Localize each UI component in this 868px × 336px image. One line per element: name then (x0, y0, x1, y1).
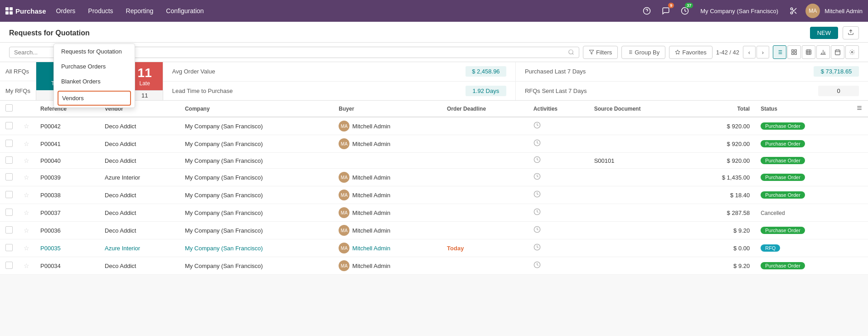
row-checkbox[interactable] (5, 226, 13, 234)
row-status: Purchase Order (755, 186, 851, 204)
list-view-button[interactable] (773, 45, 786, 59)
svg-line-7 (792, 10, 794, 11)
row-activity[interactable] (528, 186, 589, 204)
row-activity[interactable] (528, 239, 589, 257)
calendar-view-button[interactable] (831, 45, 844, 59)
row-checkbox[interactable] (5, 122, 13, 129)
row-activity[interactable] (528, 117, 589, 135)
upload-button[interactable] (843, 26, 859, 39)
row-reference[interactable]: P00035 (35, 239, 99, 257)
row-company[interactable]: My Company (San Francisco) (179, 239, 333, 257)
favorite-star[interactable]: ☆ (24, 262, 29, 269)
row-checkbox[interactable] (5, 244, 13, 251)
row-vendor[interactable]: Azure Interior (99, 239, 179, 257)
favorite-star[interactable]: ☆ (24, 227, 29, 234)
scissors-icon-btn[interactable] (786, 4, 801, 18)
row-activity[interactable] (528, 222, 589, 239)
row-actions (851, 186, 868, 204)
dropdown-rfq[interactable]: Requests for Quotation (54, 44, 135, 59)
activity-icon-btn[interactable]: 37 (678, 4, 692, 18)
row-fav-cell: ☆ (18, 186, 35, 204)
row-reference[interactable]: P00040 (35, 153, 99, 169)
row-checkbox[interactable] (5, 191, 13, 198)
row-checkbox[interactable] (5, 156, 13, 164)
row-activity[interactable] (528, 169, 589, 186)
row-activity[interactable] (528, 257, 589, 275)
favorite-star[interactable]: ☆ (24, 140, 29, 147)
buyer-name: Mitchell Admin (352, 174, 390, 181)
dropdown-po[interactable]: Purchase Orders (54, 59, 135, 74)
row-source (589, 222, 688, 239)
column-settings-icon[interactable] (856, 105, 863, 111)
row-activity[interactable] (528, 204, 589, 222)
next-page-button[interactable]: › (756, 46, 769, 58)
favorite-star[interactable]: ☆ (24, 122, 29, 130)
row-checkbox[interactable] (5, 262, 13, 269)
favorite-star[interactable]: ☆ (24, 209, 29, 216)
row-status: Purchase Order (755, 117, 851, 135)
company-name[interactable]: My Company (San Francisco) (700, 8, 778, 15)
row-reference[interactable]: P00042 (35, 117, 99, 135)
dropdown-blanket[interactable]: Blanket Orders (54, 74, 135, 89)
support-icon-btn[interactable] (640, 4, 654, 18)
chart-view-button[interactable] (816, 45, 830, 59)
select-all-checkbox[interactable] (5, 104, 13, 112)
row-checkbox[interactable] (5, 140, 13, 147)
row-reference[interactable]: P00039 (35, 169, 99, 186)
row-reference[interactable]: P00041 (35, 135, 99, 153)
row-checkbox-cell (0, 117, 18, 135)
user-avatar[interactable]: MA (805, 4, 820, 18)
row-company: My Company (San Francisco) (179, 222, 333, 239)
kanban-view-button[interactable] (787, 45, 801, 59)
row-actions (851, 169, 868, 186)
row-buyer: MA Mitchell Admin (333, 222, 441, 239)
svg-point-3 (790, 8, 793, 10)
filters-button[interactable]: Filters (583, 46, 618, 59)
prev-page-button[interactable]: ‹ (743, 46, 756, 58)
row-reference[interactable]: P00036 (35, 222, 99, 239)
activity-badge: 37 (685, 3, 693, 8)
row-checkbox-cell (0, 186, 18, 204)
favorite-star[interactable]: ☆ (24, 157, 29, 164)
app-logo[interactable]: Purchase (5, 7, 46, 15)
grid-view-button[interactable] (802, 45, 815, 59)
row-checkbox-cell (0, 257, 18, 275)
user-name[interactable]: Mitchell Admin (824, 8, 863, 15)
settings-view-button[interactable] (845, 45, 859, 59)
row-fav-cell: ☆ (18, 222, 35, 239)
buyer-name: Mitchell Admin (352, 123, 390, 130)
favorite-star[interactable]: ☆ (24, 174, 29, 181)
groupby-button[interactable]: Group By (621, 46, 665, 59)
nav-orders[interactable]: Orders (51, 4, 81, 18)
new-button[interactable]: NEW (810, 27, 838, 39)
nav-products[interactable]: Products (82, 4, 118, 18)
buyer-name: Mitchell Admin (352, 209, 390, 216)
row-actions (851, 117, 868, 135)
table-row: ☆ P00037 Deco Addict My Company (San Fra… (0, 204, 868, 222)
dropdown-vendors[interactable]: Vendors (58, 91, 131, 106)
row-reference[interactable]: P00037 (35, 204, 99, 222)
row-activity[interactable] (528, 153, 589, 169)
row-checkbox[interactable] (5, 209, 13, 216)
row-buyer: MA Mitchell Admin (333, 169, 441, 186)
orders-dropdown-menu: Requests for Quotation Purchase Orders B… (53, 44, 135, 108)
nav-reporting[interactable]: Reporting (121, 4, 159, 18)
rfqs-sent-label: RFQs Sent Last 7 Days (525, 88, 813, 94)
favorite-star[interactable]: ☆ (24, 191, 29, 199)
row-fav-cell: ☆ (18, 169, 35, 186)
nav-configuration[interactable]: Configuration (160, 4, 209, 18)
row-activity[interactable] (528, 135, 589, 153)
row-checkbox-cell (0, 153, 18, 169)
favorite-star[interactable]: ☆ (24, 244, 29, 252)
groupby-icon (627, 49, 633, 55)
row-reference[interactable]: P00038 (35, 186, 99, 204)
today-badge: Today (447, 245, 464, 252)
row-vendor: Deco Addict (99, 117, 179, 135)
status-badge: Purchase Order (761, 262, 805, 269)
row-reference[interactable]: P00034 (35, 257, 99, 275)
chat-icon-btn[interactable]: 9 (659, 4, 673, 18)
col-source: Source Document (589, 101, 688, 117)
favorites-button[interactable]: Favorites (669, 46, 712, 59)
avg-order-value: $ 2,458.96 (466, 66, 506, 77)
row-checkbox[interactable] (5, 173, 13, 180)
